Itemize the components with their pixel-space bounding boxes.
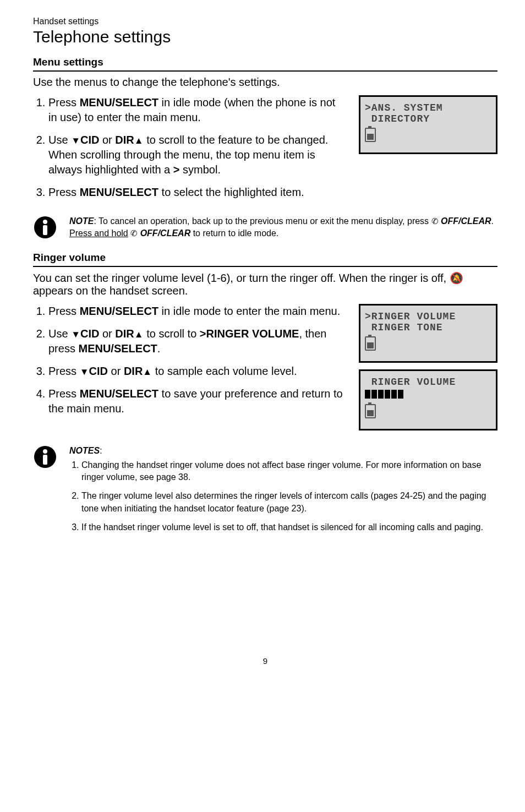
note-text: NOTE: To cancel an operation, back up to…: [69, 215, 497, 239]
svg-rect-2: [43, 225, 47, 235]
battery-icon: [365, 336, 376, 351]
breadcrumb: Handset settings: [33, 17, 497, 26]
lcd-line: RINGER VOLUME: [365, 377, 491, 388]
up-triangle-icon: [134, 134, 144, 146]
step-item: Press MENU/SELECT to save your preferenc…: [48, 386, 343, 416]
phone-icon: [130, 228, 138, 238]
info-icon: [33, 215, 57, 239]
step-item: Press MENU/SELECT in idle mode to enter …: [48, 304, 343, 319]
volume-bars-icon: [365, 390, 491, 399]
note-item: If the handset ringer volume level is se…: [81, 521, 497, 533]
lcd-line: >RINGER VOLUME: [365, 311, 491, 322]
down-triangle-icon: [71, 328, 80, 340]
notes-list: Changing the handset ringer volume does …: [69, 459, 497, 534]
lcd-line: DIRECTORY: [365, 113, 491, 124]
lcd-screen-main-menu: >ANS. SYSTEM DIRECTORY: [359, 95, 497, 154]
lcd-screen-ringer-menu: >RINGER VOLUME RINGER TONE: [359, 304, 497, 363]
page-number: 9: [33, 656, 497, 666]
ringer-off-icon: [450, 272, 463, 284]
section-heading-menu-settings: Menu settings: [33, 56, 497, 72]
lcd-screen-ringer-level: RINGER VOLUME: [359, 369, 497, 430]
up-triangle-icon: [143, 365, 152, 377]
info-icon: [33, 445, 57, 469]
section-heading-ringer-volume: Ringer volume: [33, 252, 497, 267]
lcd-line: >ANS. SYSTEM: [365, 102, 491, 113]
step-item: Press MENU/SELECT in idle mode (when the…: [48, 95, 343, 125]
section-lead: Use the menus to change the telephone's …: [33, 76, 497, 89]
steps-list: Press MENU/SELECT in idle mode (when the…: [33, 95, 343, 208]
up-triangle-icon: [134, 328, 144, 340]
svg-point-4: [43, 449, 47, 454]
page-title: Telephone settings: [33, 28, 497, 46]
step-item: Use CID or DIR to scroll to >RINGER VOLU…: [48, 326, 343, 356]
down-triangle-icon: [71, 134, 80, 146]
phone-icon: [431, 216, 439, 226]
step-item: Press MENU/SELECT to select the highligh…: [48, 185, 343, 200]
step-item: Press CID or DIR to sample each volume l…: [48, 364, 343, 379]
svg-point-1: [43, 220, 47, 224]
steps-list: Press MENU/SELECT in idle mode to enter …: [33, 304, 343, 424]
battery-icon: [365, 128, 376, 142]
lcd-line: RINGER TONE: [365, 322, 491, 333]
svg-rect-5: [43, 455, 47, 465]
down-triangle-icon: [80, 365, 89, 377]
battery-icon: [365, 404, 376, 418]
note-item: Changing the handset ringer volume does …: [81, 459, 497, 484]
step-item: Use CID or DIR to scroll to the feature …: [48, 133, 343, 177]
note-item: The ringer volume level also determines …: [81, 490, 497, 515]
section-lead: You can set the ringer volume level (1-6…: [33, 271, 497, 297]
notes-text: NOTES: Changing the handset ringer volum…: [69, 445, 497, 541]
